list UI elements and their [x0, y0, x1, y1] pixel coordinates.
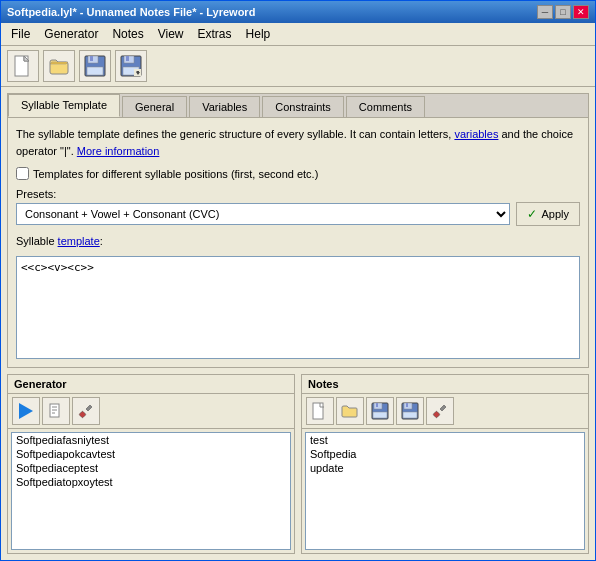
tab-bar: Syllable Template General Variables Cons… [8, 94, 588, 118]
generator-tools-button[interactable] [72, 397, 100, 425]
notes-tools-button[interactable] [426, 397, 454, 425]
open-file-icon [48, 56, 70, 76]
title-bar: Softpedia.lyl* - Unnamed Notes File* - L… [1, 1, 595, 23]
template-colon: : [100, 235, 103, 247]
notes-new-icon [312, 402, 328, 420]
new-button[interactable] [7, 50, 39, 82]
svg-rect-24 [403, 412, 417, 418]
notes-save-button[interactable] [366, 397, 394, 425]
apply-label: Apply [541, 208, 569, 220]
close-button[interactable]: ✕ [573, 5, 589, 19]
menu-help[interactable]: Help [240, 25, 277, 43]
variables-link[interactable]: variables [454, 128, 498, 140]
tab-variables[interactable]: Variables [189, 96, 260, 117]
notes-panel: Notes [301, 374, 589, 554]
presets-label: Presets: [16, 188, 580, 200]
notes-list: test Softpedia update [305, 432, 585, 550]
tab-comments[interactable]: Comments [346, 96, 425, 117]
generator-panel-title: Generator [8, 375, 294, 394]
notes-saveas-icon [401, 402, 419, 420]
presets-row: Consonant + Vowel + Consonant (CVC) ✓ Ap… [16, 202, 580, 226]
syllable-template-content: The syllable template defines the generi… [8, 118, 588, 367]
notes-toolbar [302, 394, 588, 429]
template-link[interactable]: template [58, 235, 100, 247]
presets-select[interactable]: Consonant + Vowel + Consonant (CVC) [16, 203, 510, 225]
svg-rect-25 [433, 411, 440, 418]
window-title: Softpedia.lyl* - Unnamed Notes File* - L… [7, 6, 255, 18]
notes-save-icon [371, 402, 389, 420]
main-toolbar [1, 46, 595, 87]
tab-syllable-template[interactable]: Syllable Template [8, 94, 120, 117]
apply-button[interactable]: ✓ Apply [516, 202, 580, 226]
svg-rect-15 [79, 411, 86, 418]
bottom-panels: Generator [7, 374, 589, 554]
new-file-icon [13, 55, 33, 77]
notes-tools-icon [432, 403, 448, 419]
positions-checkbox[interactable] [16, 167, 29, 180]
open-button[interactable] [43, 50, 75, 82]
menu-bar: File Generator Notes View Extras Help [1, 23, 595, 46]
list-item[interactable]: test [306, 433, 584, 447]
menu-file[interactable]: File [5, 25, 36, 43]
svg-rect-19 [376, 403, 378, 407]
tab-constraints[interactable]: Constraints [262, 96, 344, 117]
notes-open-button[interactable] [336, 397, 364, 425]
maximize-button[interactable]: □ [555, 5, 571, 19]
list-item[interactable]: Softpediapokcavtest [12, 447, 290, 461]
menu-generator[interactable]: Generator [38, 25, 104, 43]
presets-section: Presets: Consonant + Vowel + Consonant (… [16, 188, 580, 226]
tab-general[interactable]: General [122, 96, 187, 117]
play-icon [19, 403, 33, 419]
list-item[interactable]: Softpedia [306, 447, 584, 461]
more-info-link[interactable]: More information [77, 145, 160, 157]
tools-icon [78, 403, 94, 419]
save-button[interactable] [79, 50, 111, 82]
edit-icon [48, 403, 64, 419]
svg-rect-5 [87, 67, 103, 75]
template-label-row: Syllable template: [16, 234, 580, 248]
list-item[interactable]: Softpediatopxoytest [12, 475, 290, 489]
tab-container: Syllable Template General Variables Cons… [7, 93, 589, 368]
svg-rect-8 [126, 56, 129, 61]
description-text: The syllable template defines the generi… [16, 126, 580, 159]
main-window: Softpedia.lyl* - Unnamed Notes File* - L… [0, 0, 596, 561]
svg-rect-20 [373, 412, 387, 418]
list-item[interactable]: Softpediaceptest [12, 461, 290, 475]
generator-list: Softpediafasniytest Softpediapokcavtest … [11, 432, 291, 550]
svg-rect-4 [90, 56, 93, 61]
list-item[interactable]: update [306, 461, 584, 475]
menu-notes[interactable]: Notes [106, 25, 149, 43]
menu-view[interactable]: View [152, 25, 190, 43]
template-text: Syllable [16, 235, 58, 247]
minimize-button[interactable]: ─ [537, 5, 553, 19]
generator-toolbar [8, 394, 294, 429]
checkbox-row: Templates for different syllable positio… [16, 167, 580, 180]
template-static-label: Syllable template: [16, 235, 103, 247]
play-button[interactable] [12, 397, 40, 425]
notes-panel-title: Notes [302, 375, 588, 394]
notes-new-button[interactable] [306, 397, 334, 425]
checkbox-label: Templates for different syllable positio… [33, 168, 318, 180]
notes-open-icon [341, 403, 359, 419]
save-icon [84, 55, 106, 77]
generator-edit-button[interactable] [42, 397, 70, 425]
desc-part1: The syllable template defines the generi… [16, 128, 451, 140]
template-textarea[interactable]: <<c><v><c>> [16, 256, 580, 359]
svg-rect-16 [313, 403, 323, 419]
generator-panel: Generator [7, 374, 295, 554]
saveas-button[interactable] [115, 50, 147, 82]
saveas-icon [120, 55, 142, 77]
list-item[interactable]: Softpediafasniytest [12, 433, 290, 447]
main-content: Syllable Template General Variables Cons… [1, 87, 595, 560]
check-icon: ✓ [527, 207, 537, 221]
svg-rect-23 [406, 403, 408, 407]
menu-extras[interactable]: Extras [192, 25, 238, 43]
notes-saveas-button[interactable] [396, 397, 424, 425]
window-controls: ─ □ ✕ [537, 5, 589, 19]
